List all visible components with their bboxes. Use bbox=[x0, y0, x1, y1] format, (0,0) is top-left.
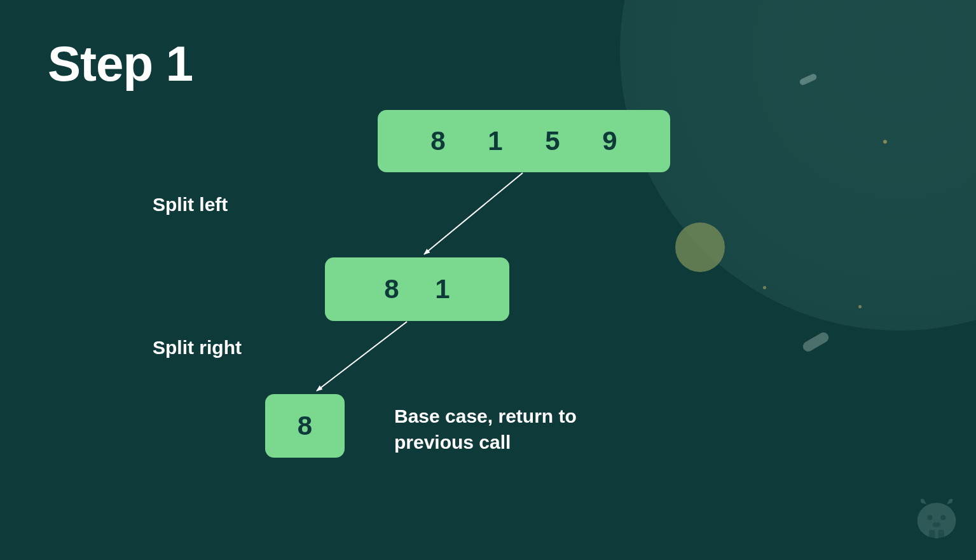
array-value: 1 bbox=[430, 274, 455, 304]
base-case-caption: Base case, return to previous call bbox=[394, 404, 636, 455]
background-speck bbox=[858, 305, 862, 308]
svg-point-8 bbox=[933, 522, 941, 527]
array-level-1: 8 1 bbox=[325, 257, 509, 321]
array-value: 8 bbox=[379, 274, 404, 304]
array-level-2: 8 bbox=[265, 394, 345, 458]
array-level-0: 8 1 5 9 bbox=[378, 110, 670, 172]
background-planet bbox=[620, 0, 976, 331]
brand-logo-icon bbox=[911, 495, 962, 546]
slide-title: Step 1 bbox=[48, 35, 193, 93]
array-value: 1 bbox=[483, 126, 508, 156]
split-right-label: Split right bbox=[153, 337, 242, 359]
svg-point-7 bbox=[940, 515, 945, 520]
split-left-label: Split left bbox=[153, 194, 228, 215]
svg-rect-4 bbox=[929, 529, 935, 538]
background-speck bbox=[883, 140, 887, 144]
background-speck bbox=[763, 286, 766, 289]
array-value: 5 bbox=[540, 126, 565, 156]
svg-rect-5 bbox=[938, 529, 944, 538]
caption-line: previous call bbox=[394, 432, 511, 453]
array-value: 9 bbox=[597, 126, 622, 156]
background-dot bbox=[675, 222, 725, 272]
array-value: 8 bbox=[292, 411, 318, 441]
array-value: 8 bbox=[425, 126, 451, 156]
svg-line-2 bbox=[317, 322, 407, 391]
background-speck bbox=[801, 331, 830, 353]
svg-point-6 bbox=[928, 515, 933, 520]
svg-point-3 bbox=[918, 503, 956, 538]
svg-line-1 bbox=[424, 173, 523, 254]
caption-line: Base case, return to bbox=[394, 406, 577, 427]
